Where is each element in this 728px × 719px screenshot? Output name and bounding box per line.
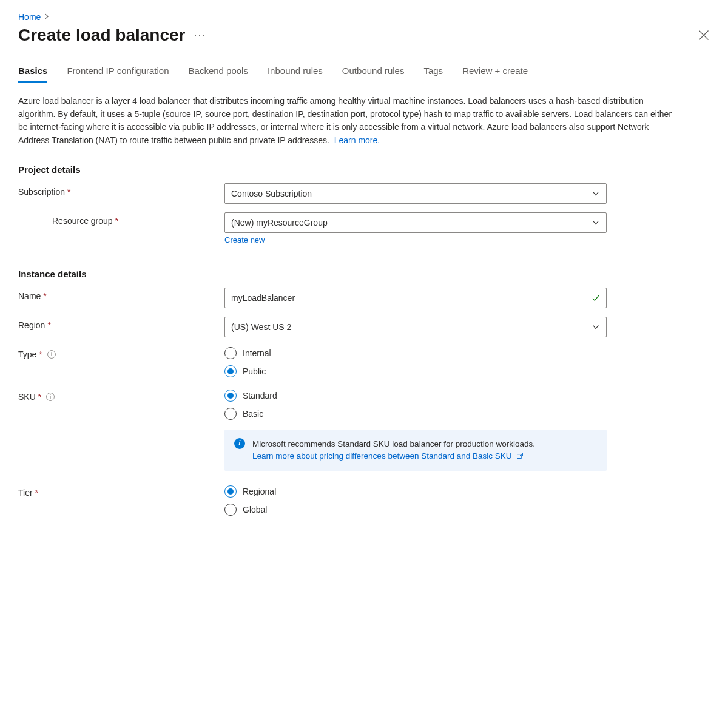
tab-tags[interactable]: Tags [423, 66, 443, 83]
field-name: myLoadBalancer [224, 288, 607, 308]
resource-group-value: (New) myResourceGroup [231, 218, 328, 228]
tab-frontend-ip[interactable]: Frontend IP configuration [67, 66, 169, 83]
radio-circle [224, 408, 237, 420]
tab-inbound-rules[interactable]: Inbound rules [268, 66, 323, 83]
radio-label: Regional [243, 487, 276, 496]
title-left: Create load balancer ··· [18, 25, 206, 45]
sku-info-link[interactable]: Learn more about pricing differences bet… [252, 451, 524, 461]
required-asterisk: * [39, 349, 42, 359]
tab-backend-pools[interactable]: Backend pools [189, 66, 248, 83]
resource-group-select[interactable]: (New) myResourceGroup [224, 212, 607, 233]
check-icon [592, 294, 600, 302]
region-select[interactable]: (US) West US 2 [224, 317, 607, 337]
learn-more-link[interactable]: Learn more. [334, 135, 380, 145]
radio-label: Internal [243, 348, 271, 358]
title-row: Create load balancer ··· [18, 25, 710, 45]
chevron-down-icon [592, 323, 600, 331]
tab-basics[interactable]: Basics [18, 66, 47, 83]
radio-circle [224, 390, 237, 402]
row-region: Region * (US) West US 2 [18, 317, 710, 337]
sku-info-link-text: Learn more about pricing differences bet… [252, 451, 512, 461]
row-tier: Tier * Regional Global [18, 484, 710, 516]
required-asterisk: * [47, 320, 50, 330]
label-sku-text: SKU [18, 392, 36, 402]
info-badge-icon: i [234, 438, 245, 449]
radio-label: Basic [243, 409, 263, 419]
tab-outbound-rules[interactable]: Outbound rules [342, 66, 405, 83]
label-resource-group: Resource group * [18, 212, 224, 226]
field-region: (US) West US 2 [224, 317, 607, 337]
subscription-value: Contoso Subscription [231, 189, 312, 198]
external-link-icon [516, 451, 524, 458]
breadcrumb-home-link[interactable]: Home [18, 12, 41, 22]
row-sku: SKU * i Standard Basic i Microsoft recom… [18, 388, 710, 471]
radio-sku-standard[interactable]: Standard [224, 390, 607, 402]
required-asterisk: * [67, 187, 70, 197]
chevron-right-icon [43, 12, 50, 22]
label-type: Type * i [18, 346, 224, 359]
type-radio-group: Internal Public [224, 346, 607, 377]
tab-review-create[interactable]: Review + create [462, 66, 528, 83]
radio-circle [224, 347, 237, 359]
sku-info-box: i Microsoft recommends Standard SKU load… [224, 430, 607, 471]
tabs: Basics Frontend IP configuration Backend… [18, 66, 710, 83]
close-icon[interactable] [698, 29, 710, 41]
row-type: Type * i Internal Public [18, 346, 710, 377]
row-name: Name * myLoadBalancer [18, 288, 710, 308]
label-region-text: Region [18, 320, 45, 330]
label-subscription: Subscription * [18, 183, 224, 197]
info-icon[interactable]: i [47, 350, 56, 359]
label-type-text: Type [18, 349, 36, 359]
field-subscription: Contoso Subscription [224, 183, 607, 204]
label-subscription-text: Subscription [18, 187, 65, 197]
section-heading-project: Project details [18, 164, 710, 175]
label-name: Name * [18, 288, 224, 301]
field-sku: Standard Basic i Microsoft recommends St… [224, 388, 607, 471]
region-value: (US) West US 2 [231, 322, 291, 332]
radio-label: Standard [243, 391, 277, 400]
required-asterisk: * [35, 488, 38, 498]
radio-type-internal[interactable]: Internal [224, 347, 607, 359]
row-resource-group: Resource group * (New) myResourceGroup C… [18, 212, 710, 245]
label-region: Region * [18, 317, 224, 330]
name-value: myLoadBalancer [231, 293, 295, 303]
description-paragraph: Azure load balancer is a layer 4 load ba… [18, 95, 673, 147]
more-actions-button[interactable]: ··· [194, 30, 206, 41]
label-sku: SKU * i [18, 388, 224, 402]
chevron-down-icon [592, 218, 600, 227]
create-new-link[interactable]: Create new [224, 235, 265, 245]
label-tier-text: Tier [18, 488, 33, 498]
radio-tier-regional[interactable]: Regional [224, 485, 607, 498]
radio-sku-basic[interactable]: Basic [224, 408, 607, 420]
field-tier: Regional Global [224, 484, 607, 516]
tier-radio-group: Regional Global [224, 484, 607, 516]
label-tier: Tier * [18, 484, 224, 498]
radio-type-public[interactable]: Public [224, 365, 607, 377]
name-input[interactable]: myLoadBalancer [224, 288, 607, 308]
subscription-select[interactable]: Contoso Subscription [224, 183, 607, 204]
radio-label: Global [243, 505, 267, 515]
label-resource-group-text: Resource group [52, 216, 113, 226]
breadcrumb: Home [18, 12, 710, 22]
info-icon[interactable]: i [46, 393, 55, 401]
sku-info-text-block: Microsoft recommends Standard SKU load b… [252, 438, 535, 463]
required-asterisk: * [38, 392, 41, 402]
section-heading-instance: Instance details [18, 269, 710, 279]
row-subscription: Subscription * Contoso Subscription [18, 183, 710, 204]
required-asterisk: * [115, 216, 118, 226]
field-type: Internal Public [224, 346, 607, 377]
page-title: Create load balancer [18, 25, 185, 45]
label-name-text: Name [18, 291, 41, 301]
chevron-down-icon [592, 189, 600, 198]
required-asterisk: * [43, 291, 46, 301]
sku-radio-group: Standard Basic [224, 388, 607, 420]
radio-circle [224, 365, 237, 377]
radio-circle [224, 504, 237, 516]
radio-tier-global[interactable]: Global [224, 504, 607, 516]
radio-label: Public [243, 366, 266, 376]
sku-info-text: Microsoft recommends Standard SKU load b… [252, 439, 535, 448]
radio-circle [224, 485, 237, 498]
field-resource-group: (New) myResourceGroup Create new [224, 212, 607, 245]
